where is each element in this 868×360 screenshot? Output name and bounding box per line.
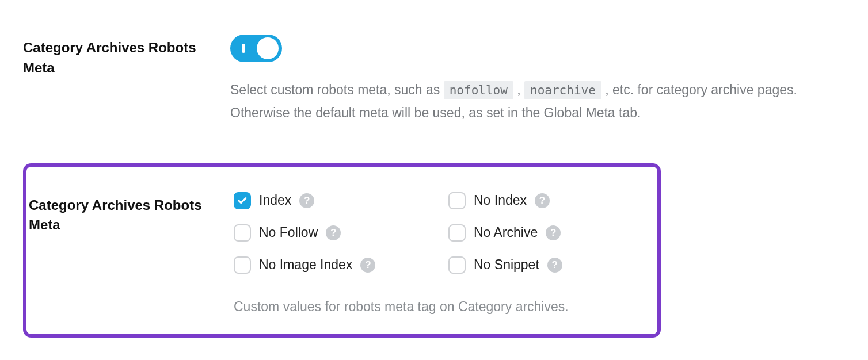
help-icon[interactable]: ? bbox=[547, 258, 562, 273]
help-icon[interactable]: ? bbox=[535, 193, 550, 208]
option-no-follow-label: No Follow bbox=[259, 225, 318, 240]
option-no-image-index: No Image Index ? bbox=[234, 256, 425, 274]
option-index: Index ? bbox=[234, 192, 425, 209]
checkbox-index[interactable] bbox=[234, 192, 251, 209]
checkbox-no-snippet[interactable] bbox=[448, 256, 466, 274]
code-noarchive: noarchive bbox=[524, 81, 601, 99]
robots-meta-toggle[interactable] bbox=[230, 35, 282, 62]
option-no-index: No Index ? bbox=[448, 192, 640, 209]
checkbox-no-follow[interactable] bbox=[234, 224, 251, 242]
checkbox-no-index[interactable] bbox=[448, 192, 466, 209]
option-no-archive: No Archive ? bbox=[448, 224, 640, 242]
code-nofollow: nofollow bbox=[444, 81, 513, 99]
check-icon bbox=[237, 196, 248, 206]
help-icon[interactable]: ? bbox=[299, 193, 314, 208]
option-no-follow: No Follow ? bbox=[234, 224, 425, 242]
checkbox-no-archive[interactable] bbox=[448, 224, 466, 242]
help-icon[interactable]: ? bbox=[546, 225, 561, 240]
help-icon[interactable]: ? bbox=[360, 258, 375, 273]
checkbox-grid: Index ? No Index ? No Follow ? No Archiv… bbox=[234, 192, 640, 274]
robots-meta-description: Select custom robots meta, such as nofol… bbox=[230, 78, 823, 125]
option-index-label: Index bbox=[259, 193, 291, 208]
option-no-index-label: No Index bbox=[474, 193, 527, 208]
option-no-image-index-label: No Image Index bbox=[259, 257, 352, 273]
robots-meta-options-panel: Category Archives Robots Meta Index ? No… bbox=[23, 163, 661, 338]
option-no-snippet-label: No Snippet bbox=[474, 257, 539, 273]
option-no-archive-label: No Archive bbox=[474, 225, 538, 240]
help-icon[interactable]: ? bbox=[326, 225, 341, 240]
field-label: Category Archives Robots Meta bbox=[26, 192, 234, 236]
checkbox-no-image-index[interactable] bbox=[234, 256, 251, 274]
options-description: Custom values for robots meta tag on Cat… bbox=[234, 299, 640, 315]
option-no-snippet: No Snippet ? bbox=[448, 256, 640, 274]
robots-meta-title: Category Archives Robots Meta bbox=[23, 38, 230, 78]
field-label: Category Archives Robots Meta bbox=[23, 35, 230, 78]
robots-meta-options-title: Category Archives Robots Meta bbox=[29, 196, 234, 236]
robots-meta-toggle-row: Category Archives Robots Meta Select cus… bbox=[23, 35, 845, 148]
